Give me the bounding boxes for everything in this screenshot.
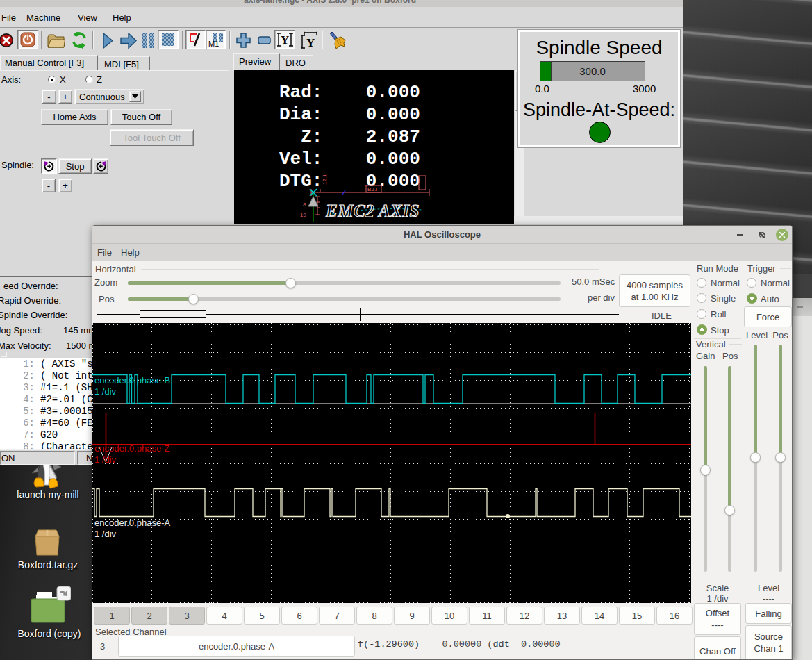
svg-text:Y: Y [281, 33, 289, 47]
svg-text:8: 8 [303, 201, 306, 208]
svg-text:Z: Z [342, 188, 347, 197]
svg-text:19: 19 [300, 212, 306, 218]
svg-text:Y: Y [306, 36, 315, 49]
svg-text:12.1: 12.1 [322, 174, 328, 185]
svg-text:B2.I: B2.I [367, 186, 377, 192]
svg-text:M1: M1 [208, 40, 219, 48]
